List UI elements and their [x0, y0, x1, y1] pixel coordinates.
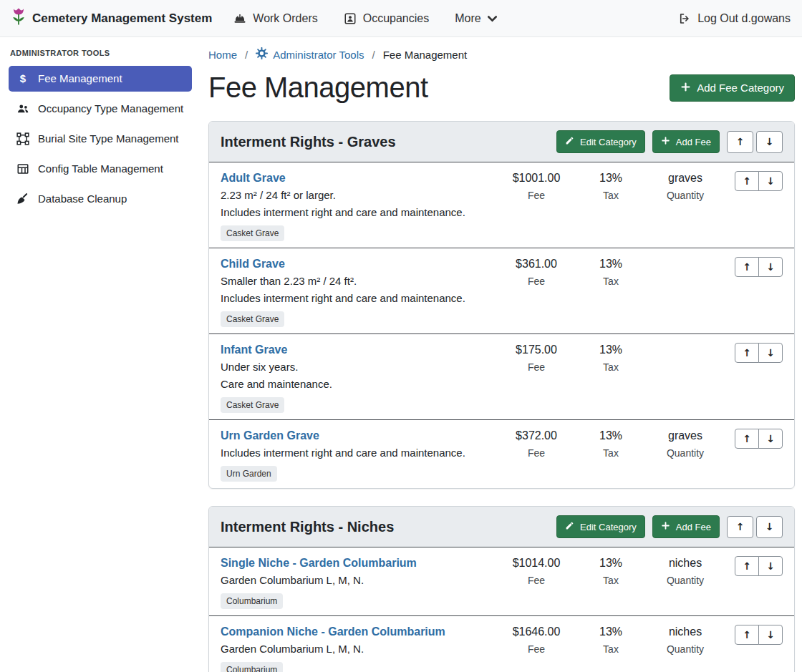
move-fee-up-button[interactable]: ↑	[735, 556, 759, 576]
move-fee-up-button[interactable]: ↑	[735, 171, 759, 191]
breadcrumb-home-link[interactable]: Home	[208, 49, 237, 61]
pencil-icon	[565, 136, 574, 147]
logout-label: Log Out d.gowans	[697, 12, 791, 25]
fee-quantity: graves	[648, 171, 723, 185]
fee-quantity-column: graves Quantity	[648, 171, 723, 202]
fee-amount-label: Fee	[499, 643, 574, 656]
move-fee-up-button[interactable]: ↑	[735, 429, 759, 449]
arrow-down-icon: ↓	[765, 522, 774, 532]
chevron-down-icon	[488, 12, 497, 25]
fee-name-link[interactable]: Infant Grave	[221, 343, 493, 357]
move-fee-down-button[interactable]: ↓	[758, 257, 783, 277]
edit-category-label: Edit Category	[580, 522, 637, 532]
move-fee-down-button[interactable]: ↓	[758, 343, 783, 363]
fee-quantity: niches	[648, 556, 723, 570]
fee-quantity-column	[648, 343, 723, 346]
sidebar-item-label: Config Table Management	[38, 162, 163, 176]
move-fee-up-button[interactable]: ↑	[735, 343, 759, 363]
fee-tax: 13%	[574, 343, 648, 357]
fee-quantity-label: Quantity	[648, 189, 723, 202]
fee-descriptions: Garden Columbarium L, M, N.	[221, 642, 493, 656]
fee-amount: $372.00	[499, 429, 574, 443]
fee-quantity-column: graves Quantity	[648, 429, 723, 459]
logout-link[interactable]: Log Out d.gowans	[678, 12, 791, 25]
page-title: Fee Management	[208, 72, 428, 104]
fee-tax-column: 13% Tax	[574, 556, 648, 587]
nav-more[interactable]: More	[455, 12, 496, 25]
plus-icon	[661, 521, 670, 532]
move-fee-down-button[interactable]: ↓	[758, 429, 783, 449]
fee-tax-column: 13% Tax	[574, 257, 648, 288]
sidebar-item-database-cleanup[interactable]: Database Cleanup	[9, 186, 192, 212]
arrow-down-icon: ↓	[766, 434, 775, 444]
move-category-up-button[interactable]: ↑	[727, 131, 753, 153]
arrow-up-icon: ↑	[743, 176, 751, 186]
fee-quantity-column	[648, 257, 723, 260]
edit-category-button[interactable]: Edit Category	[556, 130, 645, 153]
add-fee-category-button[interactable]: Add Fee Category	[670, 74, 795, 102]
move-fee-up-button[interactable]: ↑	[735, 625, 759, 645]
sidebar-item-label: Burial Site Type Management	[38, 132, 179, 146]
sidebar-item-burial-site-type[interactable]: Burial Site Type Management	[9, 126, 192, 152]
fee-amount-column: $372.00 Fee	[499, 429, 574, 459]
category-title: Interment Rights - Niches	[221, 519, 556, 535]
sidebar-item-occupancy-type[interactable]: Occupancy Type Management	[9, 96, 192, 122]
fee-description: Includes interment right and care and ma…	[221, 205, 493, 220]
category-title: Interment Rights - Graves	[221, 134, 556, 150]
sidebar-heading: ADMINISTRATOR TOOLS	[10, 49, 190, 57]
sidebar-item-config-table[interactable]: Config Table Management	[9, 156, 192, 182]
breadcrumb-admin-tools-link[interactable]: Administrator Tools	[256, 47, 364, 62]
sidebar-item-label: Database Cleanup	[38, 192, 127, 206]
move-category-down-button[interactable]: ↓	[756, 516, 783, 538]
fee-amount-label: Fee	[499, 275, 574, 288]
move-fee-down-button[interactable]: ↓	[758, 625, 783, 645]
fee-tax-column: 13% Tax	[574, 429, 648, 459]
app-brand[interactable]: Cemetery Management System	[11, 7, 212, 30]
move-category-up-button[interactable]: ↑	[727, 516, 753, 538]
logout-icon	[678, 12, 691, 25]
edit-category-button[interactable]: Edit Category	[556, 515, 645, 538]
fee-tax-label: Tax	[574, 643, 648, 656]
fee-quantity-label: Quantity	[648, 643, 723, 656]
fee-amount-label: Fee	[499, 447, 574, 459]
app-title: Cemetery Management System	[32, 11, 212, 26]
add-fee-button[interactable]: Add Fee	[652, 515, 720, 538]
fee-tax: 13%	[574, 556, 648, 570]
fee-descriptions: Includes interment right and care and ma…	[221, 446, 493, 460]
fee-amount: $1014.00	[499, 556, 574, 570]
fee-name-link[interactable]: Urn Garden Grave	[221, 429, 493, 443]
table-icon	[16, 162, 30, 175]
fee-tax-column: 13% Tax	[574, 343, 648, 374]
fee-description: 2.23 m² / 24 ft² or larger.	[221, 188, 493, 203]
arrow-down-icon: ↓	[766, 176, 775, 186]
move-fee-down-button[interactable]: ↓	[758, 171, 783, 191]
fee-tax-label: Tax	[574, 361, 648, 374]
gear-icon	[256, 47, 268, 62]
nav-work-orders-label: Work Orders	[253, 12, 317, 25]
fee-descriptions: Smaller than 2.23 m² / 24 ft².Includes i…	[221, 274, 493, 306]
categories-container: Interment Rights - Graves Edit Category …	[208, 121, 795, 672]
hard-hat-icon	[233, 12, 246, 25]
move-fee-up-button[interactable]: ↑	[735, 257, 759, 277]
fee-tax-label: Tax	[574, 574, 648, 587]
fee-name-link[interactable]: Adult Grave	[221, 171, 493, 185]
fee-descriptions: 2.23 m² / 24 ft² or larger.Includes inte…	[221, 188, 493, 220]
move-fee-down-button[interactable]: ↓	[758, 556, 783, 576]
nav-occupancies[interactable]: Occupancies	[344, 12, 430, 25]
category-header: Interment Rights - Graves Edit Category …	[209, 122, 794, 162]
nav-work-orders[interactable]: Work Orders	[233, 12, 317, 25]
add-fee-button[interactable]: Add Fee	[652, 130, 720, 153]
fee-tax: 13%	[574, 171, 648, 185]
fee-amount: $1001.00	[499, 171, 574, 185]
fee-quantity-column: niches Quantity	[648, 556, 723, 587]
sidebar-item-fee-management[interactable]: $ Fee Management	[9, 66, 192, 92]
fee-name-link[interactable]: Companion Niche - Garden Columbarium	[221, 625, 493, 639]
plus-icon	[661, 136, 670, 147]
vector-square-icon	[16, 132, 30, 145]
fee-quantity-label: Quantity	[648, 574, 723, 587]
move-category-down-button[interactable]: ↓	[756, 131, 783, 153]
fee-description: Care and maintenance.	[221, 377, 493, 391]
fee-name-link[interactable]: Child Grave	[221, 257, 493, 271]
fee-name-link[interactable]: Single Niche - Garden Columbarium	[221, 556, 493, 570]
add-fee-category-label: Add Fee Category	[697, 82, 784, 94]
